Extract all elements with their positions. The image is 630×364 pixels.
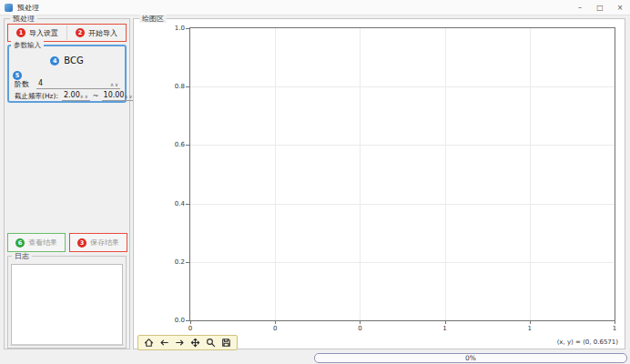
x-tick <box>530 320 531 324</box>
y-tick <box>186 28 190 29</box>
zoom-button[interactable] <box>206 338 216 348</box>
cutoff-frequency-label: 截止频率(Hz): <box>15 92 58 101</box>
parameter-group-title: 参数输入 <box>11 41 44 49</box>
minimize-icon[interactable]: – <box>570 0 590 15</box>
preprocess-panel: 预处理 1 导入设置 2 开始导入 参数输入 4 BCG 5 阶数 <box>4 18 130 349</box>
window-title: 预处理 <box>17 3 39 13</box>
y-tick-label: 0.8 <box>175 83 185 90</box>
gridline <box>445 28 446 320</box>
step-4-badge: 4 <box>50 56 59 66</box>
x-tick <box>190 320 191 324</box>
gridline <box>190 145 615 146</box>
plot-axes[interactable]: 1.0 0.8 0.6 0.4 0.2 0.0 0 0 0 1 1 1 <box>189 27 615 321</box>
cutoff-high-value: 10.00 <box>104 91 125 99</box>
spin-down-icon: ∨ <box>85 94 89 99</box>
x-tick-label: 1 <box>613 325 616 332</box>
home-button[interactable] <box>144 338 154 348</box>
log-scrollbar[interactable] <box>10 344 124 346</box>
import-settings-label: 导入设置 <box>29 28 58 38</box>
cursor-coordinates-readout: (x, y) = (0, 0.6571) <box>557 339 618 346</box>
step-1-badge: 1 <box>16 28 25 37</box>
x-tick-label: 0 <box>188 325 192 332</box>
y-tick-label: 1.0 <box>175 25 185 32</box>
y-tick-label: 0.4 <box>175 200 185 207</box>
cutoff-frequency-row: 截止频率(Hz): 2.00 ∧∨ ~ 10.00 ∧∨ <box>15 91 120 101</box>
forward-button[interactable] <box>175 338 185 348</box>
progress-bar: 0% <box>314 353 627 363</box>
cutoff-low-value: 2.00 <box>64 91 80 99</box>
progress-value: 0% <box>465 354 476 362</box>
home-icon <box>144 338 154 348</box>
import-settings-button[interactable]: 1 导入设置 <box>8 25 66 41</box>
plot-panel-title: 绘图区 <box>139 15 167 23</box>
close-icon[interactable]: × <box>610 0 630 15</box>
gridline <box>275 28 276 320</box>
gridline <box>360 28 361 320</box>
import-button-group: 1 导入设置 2 开始导入 <box>7 24 127 42</box>
x-tick <box>445 320 446 324</box>
y-tick <box>186 204 190 205</box>
y-tick <box>186 145 190 146</box>
step-6-badge: 6 <box>15 238 25 248</box>
log-group: 日志 <box>7 256 127 349</box>
magnifier-icon <box>206 338 216 348</box>
filter-order-label: 阶数 <box>15 79 29 89</box>
preprocess-panel-title: 预处理 <box>10 15 37 23</box>
x-tick-label: 0 <box>358 325 361 332</box>
y-tick-label: 0.6 <box>175 141 185 148</box>
spin-down-icon: ∨ <box>115 82 119 87</box>
gridline <box>190 262 615 263</box>
log-textarea[interactable] <box>11 264 123 345</box>
start-import-label: 开始导入 <box>88 28 117 38</box>
x-tick-label: 1 <box>528 325 532 332</box>
plot-panel: 绘图区 1.0 0.8 0.6 0.4 0.2 0.0 <box>133 18 625 349</box>
start-import-button[interactable]: 2 开始导入 <box>67 25 126 41</box>
signal-type-row: 4 BCG <box>9 56 125 66</box>
filter-order-spinbox[interactable]: 4 ∧∨ <box>36 79 120 89</box>
log-group-title: 日志 <box>12 252 32 260</box>
back-arrow-icon <box>159 338 169 348</box>
parameter-input-group: 参数输入 4 BCG 5 阶数 4 ∧∨ 截止频率(Hz): 2.00 ∧∨ <box>7 45 127 103</box>
view-results-button[interactable]: 6 查看结果 <box>7 233 66 252</box>
x-tick-label: 0 <box>273 325 277 332</box>
x-tick <box>275 320 276 324</box>
save-figure-button[interactable] <box>221 338 231 348</box>
gridline <box>530 28 531 320</box>
view-results-label: 查看结果 <box>28 238 57 248</box>
save-icon <box>221 338 231 348</box>
range-separator: ~ <box>93 92 99 100</box>
save-results-button[interactable]: 3 保存结果 <box>69 233 127 252</box>
step-3-badge: 3 <box>77 238 86 248</box>
app-icon <box>5 4 13 12</box>
save-results-label: 保存结果 <box>90 238 119 248</box>
cutoff-high-spinbox[interactable]: 10.00 ∧∨ <box>102 91 135 101</box>
gridline <box>190 86 615 87</box>
back-button[interactable] <box>159 338 169 348</box>
gridline <box>190 204 615 205</box>
plot-toolbar <box>137 335 238 350</box>
y-tick <box>186 262 190 263</box>
pan-button[interactable] <box>190 338 200 348</box>
y-tick <box>186 86 190 87</box>
x-tick-label: 1 <box>442 325 446 332</box>
signal-type-label: BCG <box>64 56 83 66</box>
filter-order-row: 阶数 4 ∧∨ <box>15 79 120 89</box>
pan-icon <box>190 338 200 348</box>
forward-arrow-icon <box>175 338 185 348</box>
filter-order-value: 4 <box>38 79 43 87</box>
maximize-icon[interactable]: □ <box>590 0 610 15</box>
step-2-badge: 2 <box>76 28 85 37</box>
title-bar: 预处理 – □ × <box>0 0 630 15</box>
x-tick <box>615 320 615 324</box>
y-tick-label: 0.0 <box>175 317 185 324</box>
y-tick-label: 0.2 <box>175 258 185 266</box>
x-tick <box>360 320 361 324</box>
window-controls: – □ × <box>570 0 630 15</box>
cutoff-low-spinbox[interactable]: 2.00 ∧∨ <box>62 91 90 101</box>
